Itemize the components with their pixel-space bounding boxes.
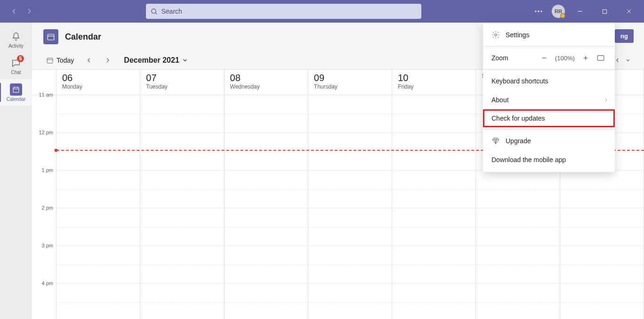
svg-point-0 (151, 8, 155, 13)
rail-calendar[interactable]: Calendar (0, 79, 32, 106)
svg-point-2 (535, 11, 537, 12)
menu-keyboard-shortcuts[interactable]: Keyboard shortcuts (483, 72, 615, 90)
hour-cell[interactable] (476, 171, 559, 208)
hour-cell[interactable] (140, 95, 224, 133)
hour-cell[interactable] (308, 208, 392, 246)
rail-activity[interactable]: Activity (0, 26, 32, 53)
month-picker[interactable]: December 2021 (124, 56, 187, 65)
svg-rect-13 (48, 34, 54, 40)
page-title: Calendar (65, 32, 101, 42)
fullscreen-button[interactable] (595, 52, 606, 64)
hour-cell[interactable] (225, 133, 308, 171)
svg-line-1 (155, 13, 157, 14)
new-meeting-button[interactable]: ng (615, 29, 634, 43)
menu-label: Settings (506, 31, 530, 39)
hour-cell[interactable] (56, 284, 140, 319)
chevron-down-icon[interactable] (625, 57, 631, 63)
day-column[interactable]: 06Monday (56, 70, 140, 319)
menu-download-mobile[interactable]: Download the mobile app (483, 150, 615, 169)
calendar-icon (10, 83, 22, 96)
hour-cell[interactable] (392, 95, 475, 133)
day-column[interactable]: 07Tuesday (140, 70, 224, 319)
app-rail: Activity 5 Chat Calendar (0, 23, 32, 319)
search-placeholder: Search (161, 8, 182, 15)
hour-cell[interactable] (140, 133, 224, 171)
forward-button[interactable] (23, 5, 36, 18)
day-name: Wednesday (230, 83, 302, 90)
svg-rect-15 (47, 58, 53, 63)
day-number: 09 (314, 73, 386, 83)
next-week-button[interactable] (101, 54, 114, 67)
hour-cell[interactable] (560, 284, 644, 319)
calendar-main: Calendar ng Today December 2021 11 (32, 23, 644, 319)
menu-settings[interactable]: Settings (483, 25, 615, 44)
menu-label: Check for updates (491, 115, 545, 122)
day-number: 10 (398, 73, 470, 83)
hour-cell[interactable] (308, 95, 392, 133)
hour-cell[interactable] (308, 246, 392, 284)
hour-cell[interactable] (308, 284, 392, 319)
menu-label: About (491, 96, 509, 104)
search-input[interactable]: Search (146, 4, 421, 19)
day-column[interactable]: 08Wednesday (225, 70, 308, 319)
nav-arrows (8, 5, 36, 18)
avatar[interactable]: RR (552, 5, 565, 18)
hour-cell[interactable] (56, 246, 140, 284)
hour-cell[interactable] (476, 284, 559, 319)
day-column[interactable]: 09Thursday (308, 70, 392, 319)
more-button[interactable] (531, 8, 546, 14)
hour-cell[interactable] (392, 246, 475, 284)
chevron-down-icon (182, 57, 188, 63)
hour-cell[interactable] (140, 171, 224, 208)
hour-cell[interactable] (225, 95, 308, 133)
hour-cell[interactable] (476, 246, 559, 284)
day-column[interactable]: 10Friday (392, 70, 476, 319)
minimize-button[interactable] (571, 4, 589, 19)
hour-cell[interactable] (225, 246, 308, 284)
hour-cell[interactable] (225, 171, 308, 208)
search-icon (151, 8, 158, 15)
hour-cell[interactable] (56, 133, 140, 171)
hour-cell[interactable] (140, 284, 224, 319)
hour-cell[interactable] (225, 284, 308, 319)
chevron-right-icon (604, 98, 608, 102)
zoom-percent: (100%) (554, 55, 576, 62)
titlebar: Search RR (0, 0, 644, 23)
zoom-in-button[interactable] (580, 52, 591, 64)
hour-cell[interactable] (56, 171, 140, 208)
hour-cell[interactable] (56, 95, 140, 133)
view-picker[interactable] (615, 57, 631, 63)
hour-cell[interactable] (225, 208, 308, 246)
rail-chat[interactable]: 5 Chat (0, 53, 32, 79)
hour-cell[interactable] (392, 284, 475, 319)
hour-cell[interactable] (140, 208, 224, 246)
hour-cell[interactable] (308, 133, 392, 171)
calendar-header-icon (43, 29, 58, 44)
close-button[interactable] (620, 4, 638, 19)
chevron-left-icon[interactable] (615, 57, 620, 63)
zoom-out-button[interactable] (539, 52, 550, 64)
maximize-button[interactable] (595, 4, 614, 19)
hour-cell[interactable] (560, 246, 644, 284)
hour-cell[interactable] (560, 171, 644, 208)
diamond-icon (491, 137, 500, 145)
svg-rect-6 (603, 9, 606, 13)
back-button[interactable] (8, 5, 21, 18)
hour-cell[interactable] (56, 208, 140, 246)
day-name: Thursday (314, 83, 386, 90)
menu-about[interactable]: About (483, 90, 615, 109)
hour-cell[interactable] (392, 171, 475, 208)
hour-cell[interactable] (560, 208, 644, 246)
hour-cell[interactable] (308, 171, 392, 208)
hour-cell[interactable] (392, 133, 475, 171)
menu-upgrade[interactable]: Upgrade (483, 131, 615, 150)
hour-cell[interactable] (392, 208, 475, 246)
day-number: 07 (146, 73, 218, 83)
hour-cell[interactable] (476, 208, 559, 246)
menu-check-updates[interactable]: Check for updates (483, 109, 615, 127)
hour-cell[interactable] (140, 246, 224, 284)
time-label: 11 am (32, 95, 56, 133)
bell-icon (10, 31, 22, 42)
today-button[interactable]: Today (43, 55, 77, 66)
prev-week-button[interactable] (82, 54, 96, 67)
